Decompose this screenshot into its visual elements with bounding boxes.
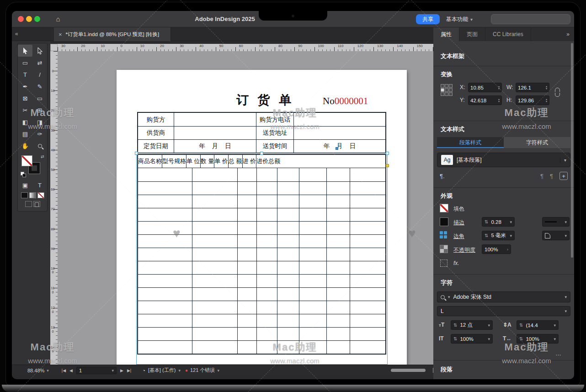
pilcrow-icon[interactable]: ¶. xyxy=(440,173,445,180)
font-style-select[interactable]: L ▾ xyxy=(437,306,570,316)
apply-color-button[interactable] xyxy=(21,192,28,198)
spinner-icon[interactable]: ▴▾ xyxy=(546,98,547,103)
collapse-left-icon[interactable]: « xyxy=(15,31,18,37)
formatting-affects-container-button[interactable]: ▣ xyxy=(18,179,32,191)
selection-handle[interactable] xyxy=(260,152,263,155)
eyedropper-tool[interactable]: ✑ xyxy=(32,128,47,140)
selection-handle[interactable] xyxy=(135,152,138,155)
character-styles-tab[interactable]: 字符样式 xyxy=(504,137,570,148)
rectangle-frame-tool[interactable]: ⊠ xyxy=(18,92,32,104)
note-tool[interactable]: ▤ xyxy=(18,128,32,140)
h-field[interactable]: 129.86 ▴▾ xyxy=(516,95,549,105)
preview-mode-button[interactable] xyxy=(33,201,40,207)
corner-shape-select[interactable]: ▾ xyxy=(542,231,570,240)
page-number-select[interactable]: 1 ▾ xyxy=(76,367,117,374)
minimize-window-button[interactable] xyxy=(26,16,32,22)
document-page[interactable]: 订 货 单 No0000001 购货方 购货方电话 供货商 送货地址 xyxy=(117,70,407,365)
document-tab[interactable]: × *订货单1.indd @ 88% [GPU 预览] [转换] xyxy=(54,27,171,41)
apply-none-button[interactable] xyxy=(37,192,44,198)
leading-stepper[interactable]: ⇅ (14.4 ▾ xyxy=(517,320,559,330)
normal-view-button[interactable] xyxy=(25,201,32,207)
frame-type-label: 文本框架 xyxy=(441,52,464,60)
text-outport[interactable] xyxy=(336,147,338,150)
apply-style-icon[interactable]: ¶ xyxy=(540,173,543,180)
corner-options-icon[interactable] xyxy=(440,231,448,239)
horizontal-ruler[interactable]: 3020100102030405060708090100110120130140… xyxy=(58,44,433,51)
formatting-affects-text-button[interactable]: T xyxy=(32,179,47,191)
fill-swatch[interactable] xyxy=(21,155,32,166)
horizontal-scale-stepper[interactable]: ⇅ 100% ▾ xyxy=(517,334,559,344)
reference-point-proxy[interactable] xyxy=(441,84,453,96)
collapse-right-icon[interactable]: » xyxy=(566,31,570,37)
direct-selection-tool[interactable] xyxy=(32,45,47,57)
y-field[interactable]: 42.618 ▴▾ xyxy=(468,95,502,105)
x-field[interactable]: 10.85 ▴▾ xyxy=(468,83,502,92)
selection-tool[interactable] xyxy=(18,45,32,57)
line-tool[interactable]: / xyxy=(32,69,47,80)
more-options-icon[interactable]: … xyxy=(555,350,562,357)
type-tool[interactable]: T xyxy=(18,69,32,80)
apply-gradient-button[interactable] xyxy=(29,192,36,198)
stroke-color-swatch[interactable] xyxy=(440,217,448,226)
font-size-stepper[interactable]: ⇅ 12 点 ▾ xyxy=(451,320,493,330)
workspace-switcher[interactable]: 基本功能▾ xyxy=(446,16,473,23)
transform-section-title: 变换 xyxy=(441,70,453,79)
canvas[interactable]: 订 货 单 No0000001 购货方 购货方电话 供货商 送货地址 xyxy=(58,51,433,365)
stroke-type-select[interactable]: ▾ xyxy=(542,217,570,227)
paragraph-style-select[interactable]: Ag [基本段落] ▾ xyxy=(437,153,570,167)
new-style-button[interactable]: + xyxy=(559,172,568,180)
panel-tab[interactable]: CC Libraries xyxy=(485,27,531,41)
panel-tab[interactable]: 属性 xyxy=(433,27,459,41)
preflight-errors[interactable]: ● 121 个错误 ▾ xyxy=(185,367,219,374)
constrain-proportions-icon[interactable] xyxy=(555,88,560,97)
zoom-tool[interactable] xyxy=(32,140,47,152)
scissors-tool[interactable]: ✂ xyxy=(18,104,32,116)
home-icon[interactable]: ⌂ xyxy=(53,15,63,24)
close-window-button[interactable] xyxy=(18,16,24,22)
preflight-control[interactable]: ◔ [基本] (工作) ▾ xyxy=(142,367,181,374)
fill-color-swatch[interactable] xyxy=(440,204,448,212)
paragraph-styles-tab[interactable]: 段落样式 xyxy=(437,137,504,148)
opacity-control[interactable]: 100% › xyxy=(482,244,511,254)
redefine-style-icon[interactable]: ¶ xyxy=(550,173,553,180)
stroke-label[interactable]: 描边 xyxy=(453,219,464,227)
opacity-label[interactable]: 不透明度 xyxy=(453,246,475,254)
panel-scrollbar[interactable] xyxy=(571,43,573,258)
zoom-window-button[interactable] xyxy=(34,16,40,22)
pencil-tool[interactable]: ✎ xyxy=(32,80,47,92)
free-transform-tool[interactable]: ⊞ xyxy=(32,104,47,116)
gradient-feather-tool[interactable]: ◨ xyxy=(32,116,47,128)
zoom-control[interactable]: 88.48% ▾ xyxy=(27,368,49,373)
next-page-button[interactable]: ▶ xyxy=(120,368,123,373)
corner-size-stepper[interactable]: ⇅ 5 毫米 ▾ xyxy=(482,231,515,240)
search-input[interactable] xyxy=(491,14,570,24)
font-family-select[interactable]: ▾ Adobe 宋体 Std ▾ xyxy=(437,291,570,302)
swap-fill-stroke-icon[interactable]: ⇄ xyxy=(41,154,44,159)
spinner-icon[interactable]: ▴▾ xyxy=(498,98,500,103)
spinner-icon[interactable]: ▴▾ xyxy=(498,85,500,90)
gradient-swatch-tool[interactable]: ◧ xyxy=(18,116,32,128)
first-page-button[interactable]: |◀ xyxy=(62,368,66,373)
fx-label[interactable]: fx. xyxy=(453,260,459,266)
vertical-ruler[interactable]: 0102030405060708090100110120130140 xyxy=(50,51,58,365)
share-button[interactable]: 共享 xyxy=(416,14,440,24)
close-tab-icon[interactable]: × xyxy=(59,31,62,38)
selection-handle[interactable] xyxy=(386,152,389,155)
pen-tool[interactable]: ✒ xyxy=(18,80,32,92)
ruler-origin-corner[interactable] xyxy=(50,44,58,51)
corner-label[interactable]: 边角 xyxy=(453,233,464,240)
last-page-button[interactable]: ▶| xyxy=(127,368,131,373)
stroke-weight-stepper[interactable]: ⇅ 0.28 ▾ xyxy=(482,217,515,227)
default-fill-stroke-icon[interactable] xyxy=(21,172,27,177)
hand-tool[interactable]: ✋ xyxy=(18,140,32,152)
corner-edit-handle[interactable] xyxy=(386,164,389,167)
gap-tool[interactable]: ⇄ xyxy=(32,57,47,69)
horizontal-scrollbar[interactable] xyxy=(391,369,426,372)
w-field[interactable]: 126.1 ▴▾ xyxy=(516,83,549,92)
panel-tab[interactable]: 页面 xyxy=(459,27,485,41)
vertical-scale-stepper[interactable]: ⇅ 100% ▾ xyxy=(451,334,493,344)
spinner-icon[interactable]: ▴▾ xyxy=(546,85,547,90)
prev-page-button[interactable]: ◀ xyxy=(69,368,73,373)
page-tool[interactable]: ▭ xyxy=(18,57,32,69)
rectangle-tool[interactable]: ▭ xyxy=(32,92,47,104)
